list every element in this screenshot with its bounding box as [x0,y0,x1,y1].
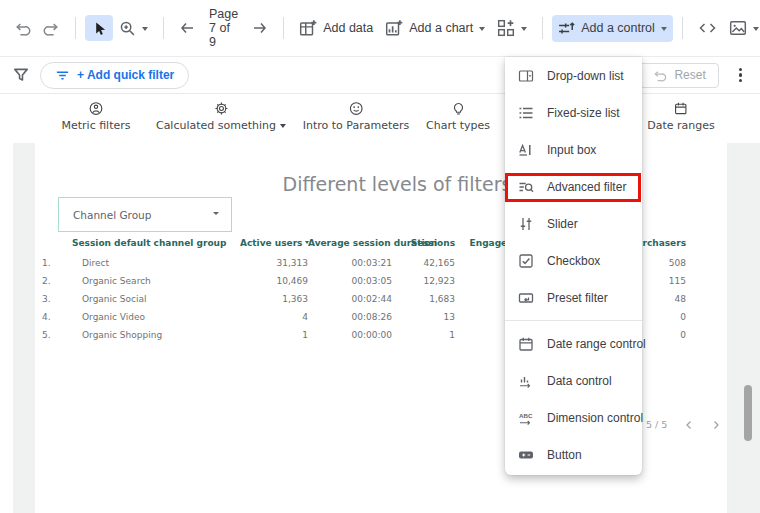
menu-item-advanced-filter[interactable]: Advanced filter [505,168,642,205]
pagination-next-button[interactable] [711,420,721,430]
tab-calculated-something[interactable]: Calculated something [156,101,286,132]
menu-item-date-range-control[interactable]: Date range control [505,325,642,362]
vertical-scrollbar[interactable] [744,385,752,441]
chevron-down-icon [213,212,219,218]
tab-intro-to-parameters[interactable]: Intro to Parameters [303,101,410,132]
reset-button[interactable]: Reset [639,63,718,88]
add-chart-label: Add a chart [409,21,473,35]
menu-item-dropdown-list[interactable]: Drop-down list [505,57,642,94]
zoom-icon [119,20,136,37]
menu-item-label: Data control [547,374,612,388]
embed-url-button[interactable] [692,15,723,41]
insert-image-button[interactable] [723,14,760,42]
col-header-avg-session-duration[interactable]: Average session duration [308,238,392,254]
table-pagination: 5 / 5 [646,419,721,430]
arrow-left-icon [179,20,195,36]
menu-item-label: Checkbox [547,254,600,268]
undo-button[interactable] [8,15,37,42]
add-control-label: Add a control [581,21,655,35]
chevron-down-icon [479,27,485,34]
menu-item-preset-filter[interactable]: Preset filter [505,279,642,316]
cell-active-users: 10,469 [240,272,308,290]
date-range-icon [518,336,534,352]
menu-item-label: Fixed-size list [547,106,620,120]
cell-dimension: Direct [72,254,240,272]
pagination-label: 5 / 5 [646,419,667,430]
row-number: 5. [42,326,72,344]
menu-item-label: Advanced filter [547,180,626,194]
redo-button[interactable] [37,15,66,42]
next-page-button[interactable] [246,15,274,41]
cell-sessions: 42,165 [392,254,455,272]
row-number: 3. [42,290,72,308]
add-data-button[interactable]: Add data [293,14,379,42]
menu-item-checkbox[interactable]: Checkbox [505,242,642,279]
menu-item-label: Slider [547,217,578,231]
preset-filter-icon [518,290,534,306]
chevron-right-icon [711,420,721,430]
gear-icon [214,101,229,116]
col-header-active-users[interactable]: Active users [240,238,308,254]
tab-date-ranges[interactable]: Date ranges [647,101,715,132]
menu-item-dimension-control[interactable]: ABC Dimension control [505,399,642,436]
menu-item-fixed-size-list[interactable]: Fixed-size list [505,94,642,131]
menu-item-slider[interactable]: Slider [505,205,642,242]
select-tool-button[interactable] [85,15,113,41]
menu-item-input-box[interactable]: Input box [505,131,642,168]
cell-dimension: Organic Shopping [72,326,240,344]
checkbox-icon [518,253,534,269]
tab-label: Date ranges [647,119,715,132]
divider [75,17,76,39]
col-header-dimension[interactable]: Session default channel group [72,238,240,254]
menu-item-label: Button [547,448,582,462]
row-number-header [42,238,72,254]
cell-sessions: 1 [392,326,455,344]
more-options-button[interactable] [733,64,748,87]
menu-separator [505,320,642,321]
input-box-icon [518,142,534,158]
cell-active-users: 4 [240,308,308,326]
chevron-down-icon [521,27,527,34]
tab-label: Calculated something [156,119,276,132]
arrow-right-icon [252,20,268,36]
quick-filter-icon [55,68,70,83]
reset-label: Reset [674,68,705,82]
channel-group-value: Channel Group [73,209,213,221]
lightbulb-icon [451,101,466,116]
person-circle-icon [88,101,103,116]
chevron-down-icon [142,27,148,34]
add-control-button[interactable]: Add a control [552,15,673,42]
code-icon [698,20,717,36]
tab-label: Metric filters [61,119,130,132]
add-quick-filter-button[interactable]: + Add quick filter [40,62,189,89]
menu-item-label: Dimension control [547,411,643,425]
button-control-icon [518,447,534,463]
menu-item-label: Preset filter [547,291,608,305]
menu-item-button[interactable]: Button [505,436,642,473]
channel-group-control[interactable]: Channel Group [58,197,232,232]
reset-undo-icon [652,68,667,83]
redo-icon [43,20,60,37]
zoom-tool-button[interactable] [113,15,154,42]
quick-filter-bar: + Add quick filter Reset [0,57,760,94]
chevron-down-icon [661,27,667,34]
pagination-prev-button[interactable] [684,420,694,430]
previous-page-button[interactable] [173,15,201,41]
menu-item-data-control[interactable]: Data control [505,362,642,399]
add-control-menu: Drop-down list Fixed-size list Input box… [505,57,642,475]
add-chart-button[interactable]: Add a chart [379,14,491,42]
calendar-icon [673,101,688,116]
canvas-gutter-right [727,143,760,513]
add-data-label: Add data [323,21,373,35]
menu-item-label: Drop-down list [547,69,624,83]
report-canvas: Different levels of filters Channel Grou… [0,143,760,513]
dimension-control-icon: ABC [518,410,534,426]
tab-chart-types[interactable]: Chart types [426,101,490,132]
cell-active-users: 1 [240,326,308,344]
divider [163,17,164,39]
community-visualizations-button[interactable] [491,14,533,42]
chevron-down-icon [753,27,759,34]
add-quick-filter-label: + Add quick filter [77,68,174,82]
tab-metric-filters[interactable]: Metric filters [61,101,130,132]
toolbar: Page 7 of 9 Add data Add a chart [0,0,760,57]
